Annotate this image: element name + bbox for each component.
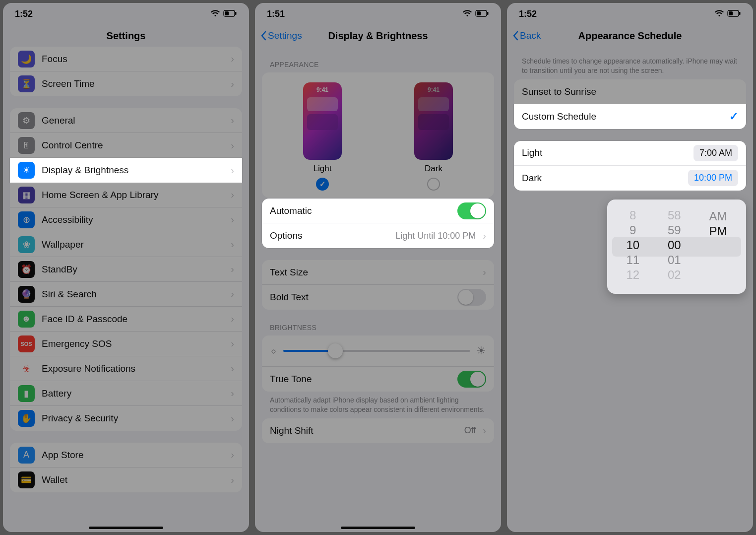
- appearance-option-dark[interactable]: 9:41 Dark: [414, 82, 453, 191]
- settings-row-exposure-notifications[interactable]: ☣︎Exposure Notifications›: [10, 356, 242, 381]
- picker-value[interactable]: 10: [626, 238, 639, 252]
- picker-value[interactable]: PM: [709, 224, 727, 238]
- chevron-right-icon: ›: [231, 363, 234, 374]
- settings-row-general[interactable]: ⚙︎General›: [10, 108, 242, 133]
- setting-label: Home Screen & App Library: [42, 190, 224, 201]
- brightness-slider-row[interactable]: ☼ ☀︎: [262, 335, 494, 367]
- settings-group: AApp Store›💳Wallet›: [10, 443, 242, 492]
- text-size-row[interactable]: Text Size ›: [262, 260, 494, 285]
- picker-value[interactable]: 02: [668, 268, 681, 282]
- settings-row-focus[interactable]: 🌙Focus›: [10, 47, 242, 71]
- settings-row-screen-time[interactable]: ⏳Screen Time›: [10, 71, 242, 96]
- chevron-right-icon: ›: [231, 264, 234, 275]
- status-icons: [462, 9, 489, 19]
- setting-icon: ⚙︎: [18, 112, 35, 129]
- picker-value[interactable]: 00: [668, 238, 681, 252]
- radio-unchecked-icon[interactable]: [427, 178, 440, 191]
- chevron-right-icon: ›: [483, 267, 486, 278]
- light-label: Light: [314, 164, 332, 174]
- picker-value[interactable]: 12: [626, 268, 639, 282]
- settings-row-wallet[interactable]: 💳Wallet›: [10, 468, 242, 492]
- setting-label: Screen Time: [42, 78, 224, 89]
- screenshot-appearance-schedule: 1:52 Back Appearance Schedule Schedule t…: [507, 3, 753, 532]
- back-button[interactable]: Settings: [260, 30, 302, 41]
- chevron-right-icon: ›: [231, 413, 234, 424]
- back-label: Settings: [268, 30, 302, 41]
- appearance-previews: 9:41 Light 9:41 Dark: [262, 72, 494, 198]
- picker-minutes[interactable]: 5859000102: [668, 208, 681, 282]
- brightness-slider[interactable]: [283, 350, 470, 352]
- bold-text-toggle[interactable]: [457, 289, 486, 306]
- light-preview-icon: 9:41: [303, 82, 342, 160]
- svg-rect-7: [729, 11, 733, 15]
- settings-list[interactable]: 🌙Focus›⏳Screen Time› ⚙︎General›🎚︎Control…: [3, 47, 249, 532]
- light-time-chip[interactable]: 7:00 AM: [693, 145, 738, 161]
- setting-icon: 🎚︎: [18, 137, 35, 154]
- settings-row-privacy-security[interactable]: ✋Privacy & Security›: [10, 406, 242, 431]
- home-indicator: [89, 527, 163, 529]
- settings-row-standby[interactable]: ⏰StandBy›: [10, 257, 242, 282]
- picker-value[interactable]: 8: [630, 208, 636, 222]
- setting-icon: ⏰: [18, 261, 35, 278]
- appearance-group: 9:41 Light 9:41 Dark: [262, 72, 494, 198]
- chevron-right-icon: ›: [231, 474, 234, 486]
- settings-row-siri-search[interactable]: 🔮Siri & Search›: [10, 282, 242, 307]
- picker-value[interactable]: 9: [630, 223, 636, 237]
- setting-label: Wallet: [42, 474, 224, 485]
- sunset-label: Sunset to Sunrise: [522, 86, 738, 97]
- picker-value[interactable]: 59: [668, 223, 681, 237]
- setting-label: Wallpaper: [42, 239, 224, 250]
- true-tone-footer: Automatically adapt iPhone display based…: [262, 392, 494, 418]
- section-header-appearance: APPEARANCE: [262, 47, 494, 72]
- setting-label: Privacy & Security: [42, 413, 224, 424]
- display-content[interactable]: APPEARANCE 9:41 Light 9:41 Dark: [255, 47, 501, 532]
- picker-value[interactable]: 58: [668, 208, 681, 222]
- setting-label: Emergency SOS: [42, 338, 224, 349]
- settings-row-control-centre[interactable]: 🎚︎Control Centre›: [10, 133, 242, 158]
- sun-large-icon: ☀︎: [476, 344, 486, 357]
- appearance-option-light[interactable]: 9:41 Light: [303, 82, 342, 191]
- picker-hours[interactable]: 89101112: [626, 208, 639, 282]
- settings-row-emergency-sos[interactable]: SOSEmergency SOS›: [10, 332, 242, 356]
- true-tone-toggle[interactable]: [457, 371, 486, 388]
- svg-rect-4: [477, 11, 481, 15]
- settings-row-display-brightness[interactable]: ☀︎Display & Brightness›: [10, 158, 242, 183]
- custom-schedule-row[interactable]: Custom Schedule ✓: [514, 104, 746, 129]
- setting-label: Face ID & Passcode: [42, 314, 224, 325]
- chevron-right-icon: ›: [231, 189, 234, 201]
- picker-ampm[interactable]: AMPM: [709, 208, 727, 282]
- bold-text-row[interactable]: Bold Text: [262, 285, 494, 310]
- picker-value[interactable]: 01: [668, 253, 681, 267]
- settings-row-accessibility[interactable]: ⊕Accessibility›: [10, 207, 242, 232]
- settings-row-face-id-passcode[interactable]: ☻Face ID & Passcode›: [10, 307, 242, 332]
- dark-time-chip[interactable]: 10:00 PM: [688, 170, 738, 186]
- chevron-right-icon: ›: [231, 388, 234, 399]
- radio-checked-icon[interactable]: [316, 178, 329, 191]
- automatic-row[interactable]: Automatic: [262, 199, 494, 223]
- sunset-to-sunrise-row[interactable]: Sunset to Sunrise: [514, 79, 746, 104]
- settings-row-home-screen-app-library[interactable]: ▦Home Screen & App Library›: [10, 183, 242, 207]
- time-picker[interactable]: 89101112 5859000102 AMPM: [607, 200, 746, 294]
- picker-value[interactable]: AM: [709, 209, 727, 223]
- settings-row-wallpaper[interactable]: ❀Wallpaper›: [10, 232, 242, 257]
- true-tone-row[interactable]: True Tone: [262, 367, 494, 392]
- setting-icon: ⊕: [18, 211, 35, 228]
- automatic-group: Automatic Options Light Until 10:00 PM ›: [262, 199, 494, 248]
- options-row[interactable]: Options Light Until 10:00 PM ›: [262, 223, 494, 248]
- night-shift-row[interactable]: Night Shift Off ›: [262, 418, 494, 443]
- light-time-row[interactable]: Light 7:00 AM: [514, 141, 746, 166]
- settings-row-battery[interactable]: ▮Battery›: [10, 381, 242, 406]
- options-label: Options: [270, 230, 388, 241]
- chevron-right-icon: ›: [231, 214, 234, 225]
- setting-icon: ⏳: [18, 75, 35, 92]
- back-button[interactable]: Back: [512, 30, 541, 41]
- chevron-right-icon: ›: [483, 230, 486, 242]
- settings-row-app-store[interactable]: AApp Store›: [10, 443, 242, 468]
- status-time: 1:52: [519, 9, 537, 19]
- automatic-toggle[interactable]: [457, 202, 486, 219]
- schedule-content[interactable]: Schedule times to change appearance auto…: [507, 47, 753, 532]
- picker-value[interactable]: 11: [626, 253, 639, 267]
- dark-label: Dark: [522, 173, 681, 184]
- dark-time-row[interactable]: Dark 10:00 PM: [514, 166, 746, 191]
- settings-group: 🌙Focus›⏳Screen Time›: [10, 47, 242, 96]
